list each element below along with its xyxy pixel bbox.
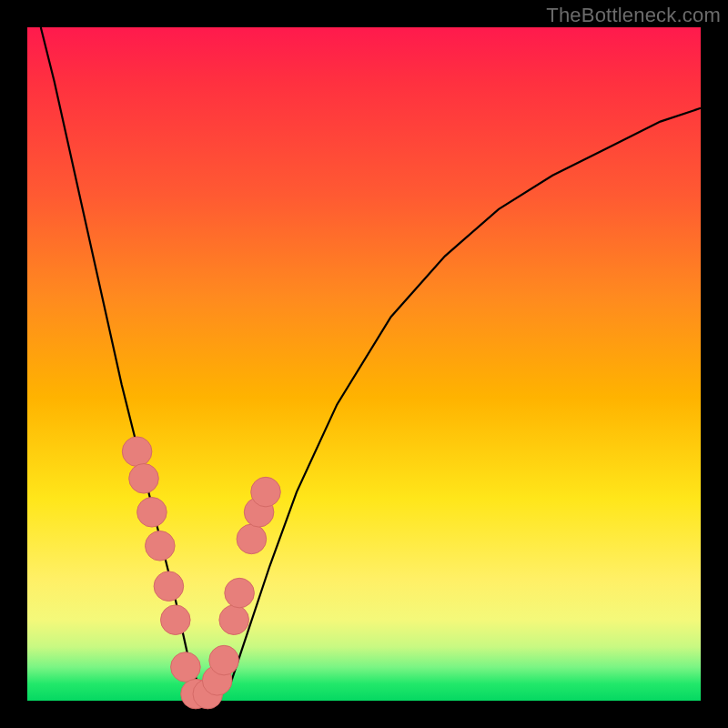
- marker-dot: [146, 531, 176, 561]
- bottleneck-curve: [41, 27, 701, 697]
- marker-dot: [129, 464, 159, 494]
- marker-dot: [237, 524, 267, 554]
- marker-dot: [219, 605, 249, 635]
- marker-dot: [251, 477, 281, 507]
- marker-group: [122, 437, 280, 709]
- marker-dot: [154, 571, 184, 602]
- chart-frame: TheBottleneck.com: [0, 0, 728, 728]
- marker-dot: [122, 437, 152, 467]
- marker-dot: [225, 578, 255, 608]
- marker-dot: [137, 498, 167, 528]
- watermark-text: TheBottleneck.com: [546, 4, 721, 27]
- marker-dot: [209, 645, 239, 675]
- marker-dot: [171, 652, 201, 682]
- marker-dot: [161, 605, 191, 635]
- plot-area: [27, 27, 701, 701]
- chart-svg: [27, 27, 701, 701]
